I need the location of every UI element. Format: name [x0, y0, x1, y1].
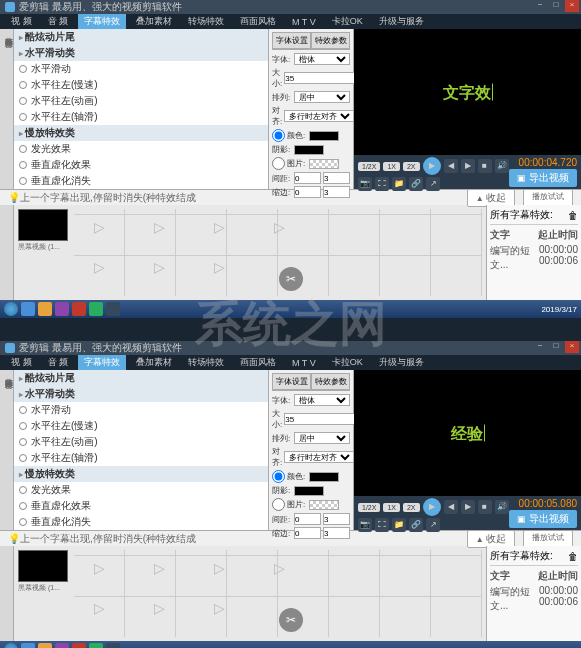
menu-8[interactable]: 升级与服务 — [373, 355, 430, 370]
valign-select[interactable]: 多行时左对齐 — [284, 110, 354, 122]
tab-font[interactable]: 字体设置 — [272, 373, 311, 390]
start-button[interactable] — [4, 643, 18, 648]
prev-frame-button[interactable]: ◀ — [444, 500, 458, 514]
delete-icon[interactable]: 🗑 — [568, 551, 578, 562]
color-radio[interactable] — [272, 470, 285, 483]
tree-item[interactable]: 水平往左(慢速) — [14, 77, 268, 93]
video-thumbnail[interactable] — [18, 209, 68, 241]
fullscreen-button[interactable]: ⛶ — [375, 518, 389, 532]
tree-group[interactable]: ▸慢放特效类 — [14, 125, 268, 141]
pattern-swatch[interactable] — [309, 500, 339, 510]
tab-font[interactable]: 字体设置 — [272, 32, 311, 49]
folder-button[interactable]: 📁 — [392, 177, 406, 191]
start-button[interactable] — [4, 302, 18, 316]
snapshot-button[interactable]: 📷 — [358, 177, 372, 191]
delete-icon[interactable]: 🗑 — [568, 210, 578, 221]
subtitle-row[interactable]: 编写的短文... 00:00:00 00:00:06 — [490, 243, 578, 273]
align-select[interactable]: 居中 — [294, 91, 350, 103]
spacing-input[interactable] — [294, 172, 321, 184]
taskbar-app[interactable] — [38, 302, 52, 316]
tree-group[interactable]: ▸酷炫动片尾 — [14, 29, 268, 45]
valign-select[interactable]: 多行时左对齐 — [284, 451, 354, 463]
minimize-button[interactable]: − — [533, 341, 547, 353]
subtitle-row[interactable]: 编写的短文... 00:00:00 00:00:06 — [490, 584, 578, 614]
tree-item[interactable]: 发光效果 — [14, 141, 268, 157]
stop-button[interactable]: ■ — [478, 500, 492, 514]
menu-4[interactable]: 转场特效 — [182, 355, 230, 370]
taskbar-app[interactable] — [89, 302, 103, 316]
folder-button[interactable]: 📁 — [392, 518, 406, 532]
tree-group[interactable]: ▸酷炫动片尾 — [14, 370, 268, 386]
taskbar-app[interactable] — [89, 643, 103, 648]
menu-0[interactable]: 视 频 — [5, 14, 38, 29]
speed-half[interactable]: 1/2X — [358, 503, 380, 512]
video-preview[interactable]: 文字效 1/2X 1X 2X ▶ ◀ ▶ ■ 🔊 📷 ⛶ 📁 🔗 — [354, 29, 581, 189]
volume-icon[interactable]: 🔊 — [495, 159, 509, 173]
collapse-button[interactable]: ▲ 收起 — [467, 189, 515, 207]
tree-item[interactable]: 水平滑动 — [14, 402, 268, 418]
taskbar-app[interactable] — [38, 643, 52, 648]
next-frame-button[interactable]: ▶ — [461, 500, 475, 514]
menu-4[interactable]: 转场特效 — [182, 14, 230, 29]
stop-button[interactable]: ■ — [478, 159, 492, 173]
menu-5[interactable]: 画面风格 — [234, 355, 282, 370]
color-swatch[interactable] — [309, 131, 339, 141]
speed-2x[interactable]: 2X — [403, 503, 420, 512]
tree-item[interactable]: 垂直虚化消失 — [14, 173, 268, 189]
menu-6[interactable]: M T V — [286, 16, 322, 28]
speed-1x[interactable]: 1X — [383, 503, 400, 512]
margin-input2[interactable] — [323, 527, 350, 539]
link-button[interactable]: 🔗 — [409, 177, 423, 191]
prev-frame-button[interactable]: ◀ — [444, 159, 458, 173]
share-button[interactable]: ↗ — [426, 518, 440, 532]
menu-1[interactable]: 音 频 — [42, 14, 75, 29]
menu-6[interactable]: M T V — [286, 357, 322, 369]
export-button[interactable]: ▣ 导出视频 — [509, 169, 577, 187]
timeline-sidebar[interactable] — [0, 546, 14, 641]
pic-radio[interactable] — [272, 157, 285, 170]
collapse-button[interactable]: ▲ 收起 — [467, 530, 515, 548]
margin-input[interactable] — [294, 527, 321, 539]
taskbar-app[interactable] — [55, 643, 69, 648]
cut-button[interactable]: ✂ — [279, 608, 303, 632]
maximize-button[interactable]: □ — [549, 341, 563, 353]
share-button[interactable]: ↗ — [426, 177, 440, 191]
speed-2x[interactable]: 2X — [403, 162, 420, 171]
taskbar-app[interactable] — [21, 643, 35, 648]
taskbar-app[interactable] — [106, 643, 120, 648]
menu-5[interactable]: 画面风格 — [234, 14, 282, 29]
left-sidebar[interactable]: 字幕特效 音效特效 — [0, 370, 14, 530]
menu-0[interactable]: 视 频 — [5, 355, 38, 370]
tab-effect[interactable]: 特效参数 — [311, 373, 350, 390]
spacing-input2[interactable] — [323, 172, 350, 184]
margin-input[interactable] — [294, 186, 321, 198]
video-preview[interactable]: 经验 1/2X 1X 2X ▶ ◀ ▶ ■ 🔊 📷 ⛶ 📁 🔗 — [354, 370, 581, 530]
link-button[interactable]: 🔗 — [409, 518, 423, 532]
video-thumbnail[interactable] — [18, 550, 68, 582]
taskbar-app[interactable] — [55, 302, 69, 316]
menu-2[interactable]: 字幕特效 — [78, 14, 126, 29]
fullscreen-button[interactable]: ⛶ — [375, 177, 389, 191]
menu-7[interactable]: 卡拉OK — [326, 14, 369, 29]
tree-item[interactable]: 垂直虚化消失 — [14, 514, 268, 530]
volume-icon[interactable]: 🔊 — [495, 500, 509, 514]
spacing-input2[interactable] — [323, 513, 350, 525]
tree-item[interactable]: 水平往左(慢速) — [14, 418, 268, 434]
timeline-sidebar[interactable] — [0, 205, 14, 300]
taskbar-app[interactable] — [72, 302, 86, 316]
play-button[interactable]: ▶ — [423, 157, 441, 175]
menu-8[interactable]: 升级与服务 — [373, 14, 430, 29]
taskbar-app[interactable] — [21, 302, 35, 316]
timeline-grid[interactable]: ▷ ▷ ▷ ▷ ▷ ▷ ▷ — [74, 209, 482, 296]
menu-2[interactable]: 字幕特效 — [78, 355, 126, 370]
menu-1[interactable]: 音 频 — [42, 355, 75, 370]
effects-tree[interactable]: ▸酷炫动片尾▸水平滑动类水平滑动水平往左(慢速)水平往左(动画)水平往左(轴滑)… — [14, 29, 269, 189]
margin-input2[interactable] — [323, 186, 350, 198]
export-button[interactable]: ▣ 导出视频 — [509, 510, 577, 528]
tree-item[interactable]: 发光效果 — [14, 482, 268, 498]
taskbar-app[interactable] — [72, 643, 86, 648]
close-button[interactable]: × — [565, 0, 579, 12]
tree-item[interactable]: 水平往左(动画) — [14, 434, 268, 450]
shadow-swatch[interactable] — [294, 145, 324, 155]
pic-radio[interactable] — [272, 498, 285, 511]
